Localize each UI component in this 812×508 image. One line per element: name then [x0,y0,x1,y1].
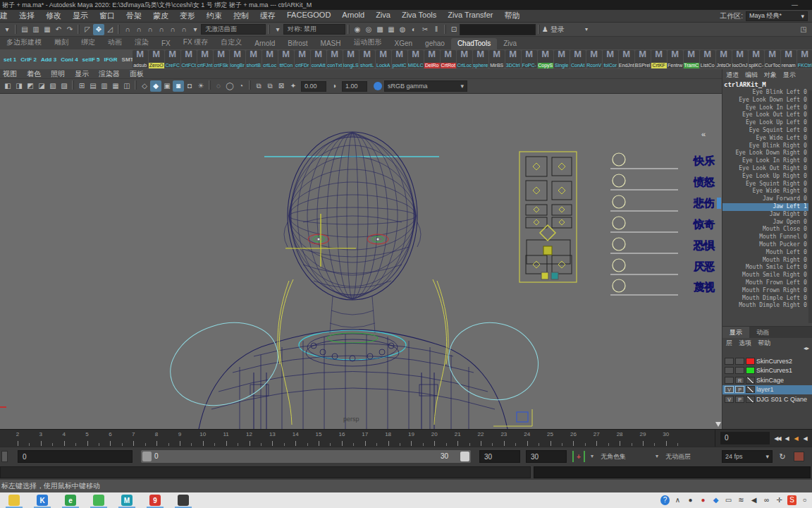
shelf-quick-button[interactable]: Conl 4 [61,56,78,63]
snap-plane-icon[interactable]: ∩ [156,24,167,35]
choker-mesh[interactable] [299,330,406,366]
taskbar-app-green[interactable] [90,493,107,508]
shelf-button-conAtt[interactable]: MconAtt [311,50,326,68]
layer-visibility-toggle[interactable] [725,358,734,365]
gamma-icon[interactable]: ◑ [328,80,340,92]
shelf-button-CrtRot[interactable]: MCrtRot [441,50,456,68]
layer-visibility-toggle[interactable] [725,377,734,384]
anim-layer-dropdown[interactable]: 无动画层 [665,447,691,466]
channel-row[interactable]: Mouth Close0 [722,226,812,234]
layer-row[interactable]: RSkinCage [722,375,812,385]
current-frame-field[interactable]: 0 [720,432,770,445]
menu-item[interactable]: 控制 [228,11,254,21]
channel-row[interactable]: Eye Look In Left0 [722,104,812,112]
menu-item[interactable]: Arnold [336,11,370,21]
shelf-quick-button[interactable]: set 1 [4,56,16,63]
render-settings-icon[interactable]: ▩ [374,24,386,35]
shelf-button-conTxt[interactable]: MconTxt [327,50,343,68]
bookmark-icon[interactable]: ◪ [36,80,47,92]
open-scene-icon[interactable]: ▥ [30,24,42,35]
menu-item[interactable]: 骨架 [121,11,147,21]
cut-icon[interactable]: ✂ [419,24,431,35]
grid-icon[interactable]: ⊞ [76,80,87,92]
animation-start-field[interactable]: 0 [18,450,133,463]
torso-wireframe-mesh[interactable] [199,329,508,429]
smiley-icon[interactable] [541,272,548,279]
layer-playback-toggle[interactable]: P [735,386,744,393]
layer-type-swatch[interactable] [746,377,755,384]
blue-selection-box[interactable] [517,412,528,422]
layer-type-swatch[interactable] [746,367,755,374]
shadows-icon[interactable]: ◘ [184,80,195,92]
channel-row[interactable]: Mouth Right0 [722,257,812,265]
wireframe-icon[interactable]: ◇ [139,80,150,92]
shelf-tab-ChadTools[interactable]: ChadTools [451,38,497,49]
field-chart-icon[interactable]: ◫ [121,80,133,92]
shelf-button-DelRo[interactable]: MDelRo [424,50,440,68]
range-start-handle[interactable] [142,452,152,461]
emotion-slider-knob[interactable] [613,195,625,208]
copy-view-icon[interactable]: ⧉ [253,80,264,92]
emotion-slider-knob[interactable] [613,279,625,292]
channel-row[interactable]: Mouth Frown Left0 [722,279,812,287]
shelf-tab-Bifrost[interactable]: Bifrost [281,38,314,49]
shelf-tab-XGen[interactable]: XGen [388,38,419,49]
snap-point-icon[interactable]: ∩ [144,24,156,35]
layer-tab-显示[interactable]: 显示 [722,327,749,338]
auto-keyframe-icon[interactable]: ↻ [777,451,788,462]
ipr-render-icon[interactable]: ◎ [363,24,374,35]
shelf-tab-渲染[interactable]: 渲染 [128,37,155,49]
color-management-icon[interactable] [374,82,382,90]
channel-row[interactable]: Eye Look Down Right0 [722,150,812,157]
menu-item[interactable]: Ziva Tools [396,11,442,21]
shelf-button-Fentrw[interactable]: MFentrw [668,50,683,68]
shelf-button-ttfCon[interactable]: MttfCon [278,50,294,68]
use-default-material-icon[interactable]: ◙ [173,80,184,92]
viewport-menu-照明[interactable]: 照明 [51,69,65,79]
shelf-dropdown-caret[interactable]: ▾ [1,24,13,35]
sogou-icon[interactable]: S [787,495,796,505]
shelf-button-locOnJ[interactable]: MlocOnJ [732,50,748,68]
layer-row[interactable]: SkinCurves2 [722,356,812,366]
exposure-field[interactable]: 0.00 [301,81,326,92]
channel-row[interactable]: Eye Look Out Right0 [722,165,812,173]
quick-select-input[interactable] [460,24,536,35]
menu-item[interactable]: FACEGOOD [281,11,336,21]
volume-icon[interactable]: ◀ [749,495,758,505]
channel-box-menu-显示[interactable]: 显示 [783,71,796,80]
taskbar-app-k[interactable]: K [34,493,51,508]
move-tool-icon[interactable]: ✥ [93,24,104,35]
shelf-button-ListCo[interactable]: MListCo [700,50,715,68]
shelf-tab-雕刻[interactable]: 雕刻 [48,37,75,49]
playback-end-field[interactable]: 30 [479,450,520,463]
viewport-menu-着色[interactable]: 着色 [27,69,41,79]
shelf-tab-gehao[interactable]: gehao [419,38,451,49]
channel-row[interactable]: Mouth Funnel0 [722,234,812,241]
taskbar-app-yellow[interactable] [6,493,23,508]
shelf-button-adsub[interactable]: Madsub [133,50,148,68]
resolution-gate-icon[interactable]: ▥ [99,80,110,92]
yellow-control-curves[interactable] [278,279,532,426]
shelf-button-LockA[interactable]: MLockA [376,50,391,68]
xray-icon[interactable]: ◯ [224,80,235,92]
channel-row[interactable]: Eye Look Out Left0 [722,111,812,119]
snap-view-icon[interactable]: ∩ [167,24,178,35]
workspace-cube-icon[interactable]: ◳ [798,24,809,35]
menu-item[interactable]: Ziva Transfer [442,11,498,21]
shelf-quick-button[interactable]: selIF 5 [82,56,100,63]
shelf-tab-Ziva[interactable]: Ziva [497,38,523,49]
new-scene-icon[interactable]: ▤ [19,24,30,35]
snap-caret[interactable]: ▾ [190,24,201,35]
shelf-tab-自定义[interactable]: 自定义 [214,37,248,49]
isolate-select-icon[interactable]: ◌ [213,80,224,92]
paint-select-tool-icon[interactable]: ◿ [104,24,116,35]
facial-control-board[interactable] [519,152,577,282]
wifi-icon[interactable]: ≋ [737,495,746,505]
channel-row[interactable]: Eye Look Up Left0 [722,119,812,127]
shelf-button-longLS[interactable]: MlongLS [343,50,359,68]
shelf-button-JntsOr[interactable]: MJntsOr [716,50,732,68]
emotion-slider-knob[interactable] [613,217,625,229]
channel-row[interactable]: Mouth Dimple Left0 [722,295,812,303]
qq-icon-2[interactable]: ● [699,495,708,505]
channel-row[interactable]: Mouth Smile Right0 [722,272,812,279]
